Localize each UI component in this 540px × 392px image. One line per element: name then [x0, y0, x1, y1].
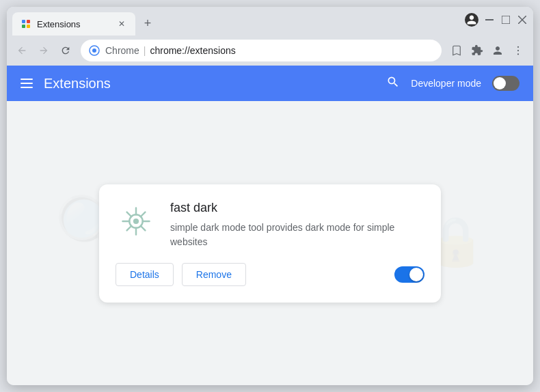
profile-button[interactable]	[488, 41, 507, 60]
svg-point-10	[517, 46, 519, 48]
extension-enabled-toggle[interactable]	[394, 266, 424, 283]
active-tab[interactable]: Extensions ✕	[12, 12, 135, 36]
toolbar-icons	[447, 41, 528, 60]
developer-mode-label: Developer mode	[411, 78, 481, 89]
extension-icon	[118, 204, 154, 239]
svg-rect-1	[27, 20, 30, 23]
card-inner: fast dark simple dark mode tool provides…	[116, 201, 424, 249]
site-icon	[89, 45, 100, 56]
maximize-button[interactable]	[500, 14, 511, 25]
svg-line-21	[127, 225, 132, 230]
tab-favicon	[21, 18, 31, 29]
menu-button[interactable]	[509, 41, 528, 60]
tab-close-button[interactable]: ✕	[116, 18, 127, 29]
svg-rect-0	[22, 20, 25, 23]
header-right: Developer mode	[386, 75, 519, 92]
svg-point-9	[92, 48, 96, 53]
extension-icon-area	[116, 201, 157, 242]
svg-point-22	[133, 218, 139, 223]
extension-name: fast dark	[170, 201, 424, 215]
window-controls	[484, 14, 528, 28]
address-text: Chrome | chrome://extensions	[105, 45, 236, 56]
profile-dropdown[interactable]	[465, 13, 478, 27]
page-content: ISA.COM 🔍 🔒	[7, 101, 533, 385]
forward-button[interactable]	[34, 41, 53, 60]
extension-description: simple dark mode tool provides dark mode…	[170, 221, 424, 249]
svg-line-18	[127, 212, 132, 216]
tab-label: Extensions	[37, 19, 111, 29]
toggle-knob	[494, 77, 506, 89]
minimize-button[interactable]	[484, 14, 495, 25]
svg-line-20	[141, 212, 146, 216]
extensions-button[interactable]	[468, 41, 487, 60]
back-button[interactable]	[12, 41, 31, 60]
remove-button[interactable]: Remove	[182, 263, 246, 286]
card-footer: Details Remove	[116, 263, 424, 286]
header-left: Extensions	[21, 76, 111, 92]
tab-area: Extensions ✕ +	[12, 7, 465, 36]
extensions-page-title: Extensions	[44, 76, 111, 92]
extensions-header: Extensions Developer mode	[7, 66, 533, 101]
address-path: chrome://extensions	[150, 45, 235, 56]
svg-point-12	[517, 53, 519, 55]
toggle-on-knob	[409, 268, 423, 281]
hamburger-menu[interactable]	[21, 79, 33, 88]
title-bar: Extensions ✕ +	[7, 7, 533, 36]
svg-point-11	[517, 50, 519, 51]
reload-button[interactable]	[56, 41, 75, 60]
address-brand: Chrome	[105, 45, 139, 56]
search-button[interactable]	[386, 75, 400, 92]
svg-rect-5	[502, 16, 510, 24]
new-tab-button[interactable]: +	[138, 14, 157, 33]
details-button[interactable]: Details	[116, 263, 174, 286]
address-bar[interactable]: Chrome | chrome://extensions	[81, 40, 442, 61]
developer-mode-toggle[interactable]	[492, 76, 519, 91]
browser-window: Extensions ✕ +	[7, 7, 533, 385]
extension-info: fast dark simple dark mode tool provides…	[170, 201, 424, 249]
close-button[interactable]	[517, 14, 528, 25]
bookmark-button[interactable]	[447, 41, 466, 60]
svg-line-19	[141, 225, 146, 230]
toolbar: Chrome | chrome://extensions	[7, 36, 533, 66]
address-separator: |	[144, 45, 146, 56]
svg-rect-3	[27, 25, 30, 28]
extension-card: fast dark simple dark mode tool provides…	[99, 184, 441, 303]
svg-rect-2	[22, 25, 25, 28]
svg-rect-4	[485, 19, 494, 20]
